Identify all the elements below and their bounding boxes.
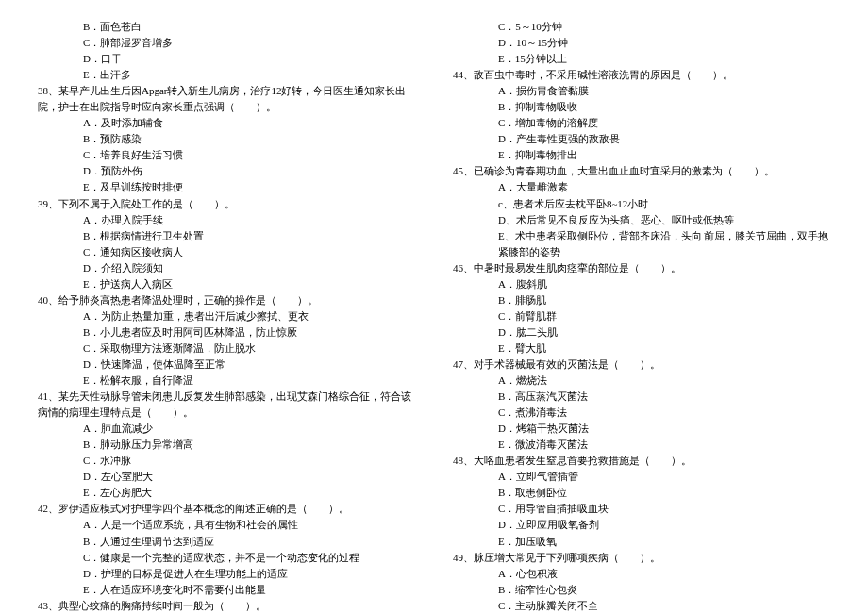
opt-text: B．取患侧卧位 (453, 485, 830, 501)
opt-text: D．护理的目标是促进人在生理功能上的适应 (38, 566, 415, 582)
opt-text: E．护送病人入病区 (38, 276, 415, 292)
opt-text: C．肺部湿罗音增多 (38, 35, 415, 51)
opt-text: C．水冲脉 (38, 453, 415, 469)
opt-text: A．办理入院手续 (38, 212, 415, 228)
right-column: C．5～10分钟 D．10～15分钟 E．15分钟以上 44、敌百虫中毒时，不采… (453, 19, 830, 613)
opt-text: C．培养良好生活习惯 (38, 147, 415, 163)
opt-text: B．预防感染 (38, 131, 415, 147)
question-40: 40、给予肺炎高热患者降温处理时，正确的操作是（ ）。 (38, 292, 415, 308)
opt-text: B．腓肠肌 (453, 292, 830, 308)
opt-text: A．立即气管插管 (453, 469, 830, 485)
opt-text: A．损伤胃食管黏膜 (453, 83, 830, 99)
opt-text: B．小儿患者应及时用阿司匹林降温，防止惊厥 (38, 324, 415, 340)
question-39: 39、下列不属于入院处工作的是（ ）。 (38, 196, 415, 212)
opt-text: E、术中患者采取侧卧位，背部齐床沿，头向 前屈，膝关节屈曲，双手抱紧膝部的姿势 (453, 228, 830, 260)
opt-text: D．快速降温，使体温降至正常 (38, 356, 415, 373)
opt-text: D．左心室肥大 (38, 469, 415, 485)
opt-text: C．健康是一个完整的适应状态，并不是一个动态变化的过程 (38, 550, 415, 566)
opt-text: A．燃烧法 (453, 373, 830, 389)
opt-text: D、术后常见不良反应为头痛、恶心、呕吐或低热等 (453, 212, 830, 228)
opt-text: D．预防外伤 (38, 163, 415, 179)
opt-text: B．人通过生理调节达到适应 (38, 534, 415, 550)
opt-text: A．为防止热量加重，患者出汗后减少擦拭、更衣 (38, 308, 415, 324)
question-41: 41、某先天性动脉导管未闭患儿反复发生肺部感染，出现艾森门格综合征，符合该病情的… (38, 389, 415, 421)
opt-text: B．抑制毒物吸收 (453, 99, 830, 115)
opt-text: C．增加毒物的溶解度 (453, 115, 830, 131)
question-46: 46、中暑时最易发生肌肉痉挛的部位是（ ）。 (453, 260, 830, 276)
question-43: 43、典型心绞痛的胸痛持续时间一般为（ ）。 (38, 598, 415, 613)
opt-text: E．松解衣服，自行降温 (38, 373, 415, 389)
left-column: B．面色苍白 C．肺部湿罗音增多 D．口干 E．出汗多 38、某早产儿出生后因A… (38, 19, 415, 613)
opt-text: B．缩窄性心包炎 (453, 582, 830, 598)
question-47: 47、对手术器械最有效的灭菌法是（ ）。 (453, 356, 830, 373)
opt-text: c、患者术后应去枕平卧8~12小时 (453, 196, 830, 212)
opt-text: A．及时添加辅食 (38, 115, 415, 131)
opt-text: E．及早训练按时排便 (38, 179, 415, 195)
opt-text: C．前臂肌群 (453, 308, 830, 324)
opt-text: D．口干 (38, 51, 415, 67)
opt-text: A．大量雌激素 (453, 179, 830, 195)
opt-text: E．出汗多 (38, 67, 415, 83)
opt-text: E．臂大肌 (453, 340, 830, 356)
opt-text: C．通知病区接收病人 (38, 244, 415, 260)
content-columns: B．面色苍白 C．肺部湿罗音增多 D．口干 E．出汗多 38、某早产儿出生后因A… (38, 19, 830, 613)
opt-text: C．煮沸消毒法 (453, 405, 830, 421)
opt-text: A．心包积液 (453, 566, 830, 582)
opt-text: E．微波消毒灭菌法 (453, 437, 830, 453)
opt-text: B．根据病情进行卫生处置 (38, 228, 415, 244)
opt-text: E．人在适应环境变化时不需要付出能量 (38, 582, 415, 598)
opt-text: A．腹斜肌 (453, 276, 830, 292)
opt-text: E．加压吸氧 (453, 534, 830, 550)
opt-text: E．左心房肥大 (38, 485, 415, 501)
question-45: 45、已确诊为青春期功血，大量出血止血时宜采用的激素为（ ）。 (453, 163, 830, 179)
opt-text: B．肺动脉压力异常增高 (38, 437, 415, 453)
opt-text: C．5～10分钟 (453, 19, 830, 35)
opt-text: D．立即应用吸氧备剂 (453, 517, 830, 533)
opt-text: C．采取物理方法逐渐降温，防止脱水 (38, 340, 415, 356)
question-48: 48、大咯血患者发生窒息首要抢救措施是（ ）。 (453, 453, 830, 469)
opt-text: B．面色苍白 (38, 19, 415, 35)
question-49: 49、脉压增大常见于下列哪项疾病（ ）。 (453, 550, 830, 566)
opt-text: D．10～15分钟 (453, 35, 830, 51)
opt-text: D．烤箱干热灭菌法 (453, 421, 830, 437)
opt-text: D．介绍入院须知 (38, 260, 415, 276)
question-42: 42、罗伊适应模式对护理学四个基本概念的阐述正确的是（ ）。 (38, 501, 415, 517)
opt-text: A．人是一个适应系统，具有生物和社会的属性 (38, 517, 415, 533)
opt-text: E．抑制毒物排出 (453, 147, 830, 163)
opt-text: C．主动脉瓣关闭不全 (453, 598, 830, 613)
opt-text: C．用导管自插抽吸血块 (453, 501, 830, 517)
opt-text: A．肺血流减少 (38, 421, 415, 437)
question-44: 44、敌百虫中毒时，不采用碱性溶液洗胃的原因是（ ）。 (453, 67, 830, 83)
opt-text: E．15分钟以上 (453, 51, 830, 67)
opt-text: D．肱二头肌 (453, 324, 830, 340)
opt-text: D．产生毒性更强的敌敌畏 (453, 131, 830, 147)
question-38: 38、某早产儿出生后因Apgar转入新生儿病房，治疗12好转，今日医生通知家长出… (38, 83, 415, 115)
opt-text: B．高压蒸汽灭菌法 (453, 389, 830, 405)
